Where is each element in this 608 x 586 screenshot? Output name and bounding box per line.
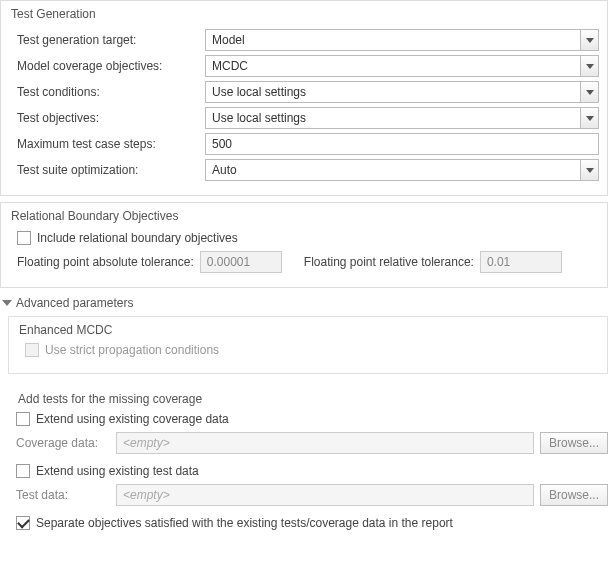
select-target-value: Model (206, 30, 580, 50)
input-test-data (116, 484, 534, 506)
label-maxsteps: Maximum test case steps: (17, 137, 205, 151)
advanced-header[interactable]: Advanced parameters (2, 296, 608, 310)
missing-coverage-panel: Add tests for the missing coverage Exten… (8, 384, 608, 546)
browse-test-button: Browse... (540, 484, 608, 506)
chevron-down-icon (586, 168, 594, 173)
row-test-data: Test data: Browse... (16, 484, 608, 506)
select-coverage-button[interactable] (580, 56, 598, 76)
relational-title: Relational Boundary Objectives (11, 209, 599, 223)
chevron-down-icon (586, 116, 594, 121)
input-maxsteps[interactable] (205, 133, 599, 155)
select-objectives-button[interactable] (580, 108, 598, 128)
checkbox-separate[interactable] (16, 516, 30, 530)
label-extend-test: Extend using existing test data (36, 464, 199, 478)
browse-coverage-button: Browse... (540, 432, 608, 454)
row-objectives: Test objectives: Use local settings (17, 107, 599, 129)
select-target[interactable]: Model (205, 29, 599, 51)
select-objectives[interactable]: Use local settings (205, 107, 599, 129)
row-strict-prop: Use strict propagation conditions (25, 343, 599, 357)
select-optimization-value: Auto (206, 160, 580, 180)
row-target: Test generation target: Model (17, 29, 599, 51)
label-abs-tol: Floating point absolute tolerance: (17, 255, 194, 269)
label-rel-tol: Floating point relative tolerance: (304, 255, 474, 269)
select-target-button[interactable] (580, 30, 598, 50)
select-coverage-value: MCDC (206, 56, 580, 76)
select-conditions-button[interactable] (580, 82, 598, 102)
row-coverage: Model coverage objectives: MCDC (17, 55, 599, 77)
label-optimization: Test suite optimization: (17, 163, 205, 177)
chevron-down-icon (586, 64, 594, 69)
label-include-relational: Include relational boundary objectives (37, 231, 238, 245)
label-strict-prop: Use strict propagation conditions (45, 343, 219, 357)
chevron-down-icon (586, 38, 594, 43)
enhanced-mcdc-title: Enhanced MCDC (19, 323, 599, 337)
select-conditions[interactable]: Use local settings (205, 81, 599, 103)
relational-panel: Relational Boundary Objectives Include r… (0, 202, 608, 288)
label-conditions: Test conditions: (17, 85, 205, 99)
input-coverage-data (116, 432, 534, 454)
label-target: Test generation target: (17, 33, 205, 47)
missing-coverage-title: Add tests for the missing coverage (18, 392, 608, 406)
row-tolerances: Floating point absolute tolerance: Float… (17, 251, 599, 273)
select-optimization[interactable]: Auto (205, 159, 599, 181)
row-extend-test: Extend using existing test data (16, 464, 608, 478)
select-objectives-value: Use local settings (206, 108, 580, 128)
triangle-down-icon (2, 300, 12, 306)
label-test-data: Test data: (16, 488, 110, 502)
chevron-down-icon (586, 90, 594, 95)
checkbox-include-relational[interactable] (17, 231, 31, 245)
select-coverage[interactable]: MCDC (205, 55, 599, 77)
row-maxsteps: Maximum test case steps: (17, 133, 599, 155)
checkbox-strict-prop (25, 343, 39, 357)
test-generation-panel: Test Generation Test generation target: … (0, 0, 608, 196)
row-include-relational: Include relational boundary objectives (17, 231, 599, 245)
label-extend-coverage: Extend using existing coverage data (36, 412, 229, 426)
advanced-title: Advanced parameters (16, 296, 133, 310)
input-rel-tol (480, 251, 562, 273)
enhanced-mcdc-panel: Enhanced MCDC Use strict propagation con… (8, 316, 608, 374)
select-optimization-button[interactable] (580, 160, 598, 180)
input-abs-tol (200, 251, 282, 273)
label-objectives: Test objectives: (17, 111, 205, 125)
checkbox-extend-test[interactable] (16, 464, 30, 478)
row-optimization: Test suite optimization: Auto (17, 159, 599, 181)
select-conditions-value: Use local settings (206, 82, 580, 102)
row-separate: Separate objectives satisfied with the e… (16, 516, 608, 530)
checkbox-extend-coverage[interactable] (16, 412, 30, 426)
row-coverage-data: Coverage data: Browse... (16, 432, 608, 454)
row-conditions: Test conditions: Use local settings (17, 81, 599, 103)
label-separate: Separate objectives satisfied with the e… (36, 516, 453, 530)
test-generation-title: Test Generation (11, 7, 599, 21)
label-coverage-data: Coverage data: (16, 436, 110, 450)
row-extend-coverage: Extend using existing coverage data (16, 412, 608, 426)
label-coverage: Model coverage objectives: (17, 59, 205, 73)
